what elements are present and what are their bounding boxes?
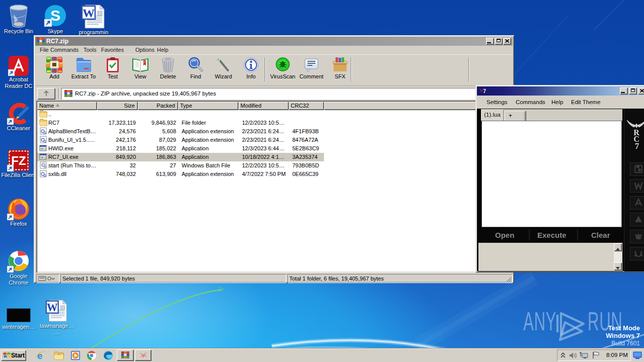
svg-text:7: 7: [483, 88, 486, 94]
svg-text:W: W: [83, 7, 95, 20]
svg-text:ANY: ANY: [523, 307, 556, 336]
svg-text:W: W: [47, 301, 58, 314]
svg-text:7: 7: [635, 141, 639, 150]
